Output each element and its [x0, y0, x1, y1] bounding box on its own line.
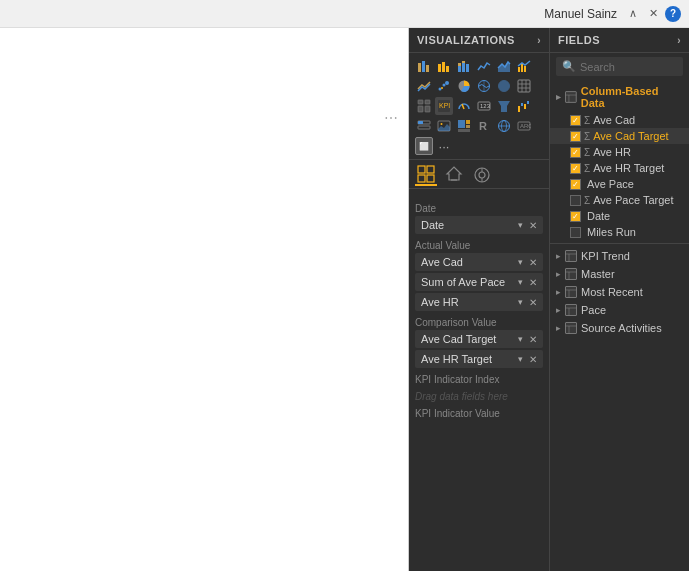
svg-rect-14: [524, 66, 526, 72]
matrix-icon[interactable]: [415, 97, 433, 115]
kpi-icon[interactable]: KPI: [435, 97, 453, 115]
comparison-label: Comparison Value: [415, 317, 543, 328]
avehr-checkbox[interactable]: ✓: [570, 147, 581, 158]
stacked-column-icon[interactable]: [455, 57, 473, 75]
fields-tab-icon[interactable]: [415, 164, 437, 186]
fields-tree: ▸ Column-Based Data ✓ Σ Ave Cad ✓ Σ Ave …: [550, 80, 689, 571]
user-name: Manuel Sainz: [544, 7, 617, 21]
field-group-master[interactable]: ▸ Master: [550, 265, 689, 283]
custom-viz-icon[interactable]: ARC: [515, 117, 533, 135]
avecad-remove[interactable]: ✕: [529, 257, 537, 268]
image-icon[interactable]: [435, 117, 453, 135]
pace-arrow: ▸: [556, 305, 561, 315]
svg-rect-6: [458, 66, 461, 72]
field-item-avecad-target[interactable]: ✓ Σ Ave Cad Target: [550, 128, 689, 144]
column-chart-icon[interactable]: [435, 57, 453, 75]
comparison-item-1[interactable]: Ave Cad Target ▾ ✕: [415, 330, 543, 348]
date-well-chevron: ▾: [518, 220, 523, 230]
milesrun-checkbox[interactable]: [570, 227, 581, 238]
field-item-avepace-target[interactable]: Σ Ave Pace Target: [550, 192, 689, 208]
avecad-checkbox[interactable]: ✓: [570, 115, 581, 126]
field-group-column-based: ▸ Column-Based Data ✓ Σ Ave Cad ✓ Σ Ave …: [550, 82, 689, 240]
field-item-milesrun[interactable]: Miles Run: [550, 224, 689, 240]
date-checkbox[interactable]: ✓: [570, 211, 581, 222]
r-visual-icon[interactable]: R: [475, 117, 493, 135]
search-box[interactable]: 🔍: [556, 57, 683, 76]
fields-header: FIELDS ›: [550, 28, 689, 53]
map-chart-icon[interactable]: [475, 77, 493, 95]
svg-rect-8: [462, 63, 465, 72]
actual-value-item-1[interactable]: Ave Cad ▾ ✕: [415, 253, 543, 271]
minimize-icon[interactable]: ∧: [625, 6, 641, 22]
close-icon[interactable]: ✕: [645, 6, 661, 22]
treemap-icon[interactable]: [455, 117, 473, 135]
svg-rect-77: [566, 287, 577, 298]
svg-rect-38: [518, 106, 520, 112]
card-icon[interactable]: 123: [475, 97, 493, 115]
filled-map-icon[interactable]: [495, 77, 513, 95]
field-item-avehr[interactable]: ✓ Σ Ave HR: [550, 144, 689, 160]
fields-expand[interactable]: ›: [677, 35, 681, 46]
table-viz-icon[interactable]: [515, 77, 533, 95]
svg-rect-41: [527, 101, 529, 104]
avepace-target-checkbox[interactable]: [570, 195, 581, 206]
actual-value-item-2[interactable]: Sum of Ave Pace ▾ ✕: [415, 273, 543, 291]
format-tab-icon[interactable]: [443, 164, 465, 186]
visualizations-expand[interactable]: ›: [537, 35, 541, 46]
field-group-column-header[interactable]: ▸ Column-Based Data: [550, 82, 689, 112]
more-visuals-icon[interactable]: ···: [435, 137, 453, 155]
analytics-tab-icon[interactable]: [471, 164, 493, 186]
avepace-remove[interactable]: ✕: [529, 277, 537, 288]
line-chart-icon[interactable]: [475, 57, 493, 75]
field-group-kpi-trend[interactable]: ▸ KPI Trend: [550, 247, 689, 265]
gauge-icon[interactable]: [455, 97, 473, 115]
most-recent-arrow: ▸: [556, 287, 561, 297]
date-well-item[interactable]: Date ▾ ✕: [415, 216, 543, 234]
avehr-target-sigma: Σ: [584, 163, 590, 174]
right-panels: VISUALIZATIONS ›: [409, 28, 689, 571]
avecad-target-remove[interactable]: ✕: [529, 334, 537, 345]
canvas-options[interactable]: ⋯: [384, 110, 398, 126]
kpi-indicator-label: KPI Indicator Index: [415, 374, 543, 385]
avehr-remove[interactable]: ✕: [529, 297, 537, 308]
slicer-icon[interactable]: [415, 117, 433, 135]
field-group-most-recent[interactable]: ▸ Most Recent: [550, 283, 689, 301]
pie-chart-icon[interactable]: [455, 77, 473, 95]
field-item-date[interactable]: ✓ Date: [550, 208, 689, 224]
svg-rect-29: [425, 100, 430, 104]
scatter-chart-icon[interactable]: [435, 77, 453, 95]
avecad-target-checkbox[interactable]: ✓: [570, 131, 581, 142]
comparison-item-2[interactable]: Ave HR Target ▾ ✕: [415, 350, 543, 368]
avepace-checkbox[interactable]: ✓: [570, 179, 581, 190]
search-input[interactable]: [580, 61, 677, 73]
field-item-avecad[interactable]: ✓ Σ Ave Cad: [550, 112, 689, 128]
avehr-target-remove[interactable]: ✕: [529, 354, 537, 365]
ribbon-chart-icon[interactable]: [415, 77, 433, 95]
viz-bottom-icons: [409, 159, 549, 189]
divider-1: [550, 243, 689, 244]
funnel-icon[interactable]: [495, 97, 513, 115]
stacked-bar-icon[interactable]: [415, 57, 433, 75]
help-icon[interactable]: ?: [665, 6, 681, 22]
field-group-source-activities[interactable]: ▸ Source Activities: [550, 319, 689, 337]
svg-point-17: [445, 81, 449, 85]
avehr-target-checkbox[interactable]: ✓: [570, 163, 581, 174]
waterfall-icon[interactable]: [515, 97, 533, 115]
field-item-avehr-target[interactable]: ✓ Σ Ave HR Target: [550, 160, 689, 176]
viz-icons-grid: KPI 123: [409, 53, 549, 159]
visualizations-label: VISUALIZATIONS: [417, 34, 515, 46]
svg-rect-28: [418, 100, 423, 104]
svg-rect-5: [446, 66, 449, 72]
area-chart-icon[interactable]: [495, 57, 513, 75]
combo-chart-icon[interactable]: [515, 57, 533, 75]
actual-value-item-3[interactable]: Ave HR ▾ ✕: [415, 293, 543, 311]
kpi-visual-icon[interactable]: ⬜: [415, 137, 433, 155]
top-bar: Manuel Sainz ∧ ✕ ?: [0, 0, 689, 28]
field-group-pace[interactable]: ▸ Pace: [550, 301, 689, 319]
date-well-remove[interactable]: ✕: [529, 220, 537, 231]
svg-text:KPI: KPI: [439, 102, 450, 109]
field-item-avepace[interactable]: ✓ Ave Pace: [550, 176, 689, 192]
svg-rect-83: [566, 323, 577, 334]
globe-icon[interactable]: [495, 117, 513, 135]
master-label: Master: [581, 268, 615, 280]
